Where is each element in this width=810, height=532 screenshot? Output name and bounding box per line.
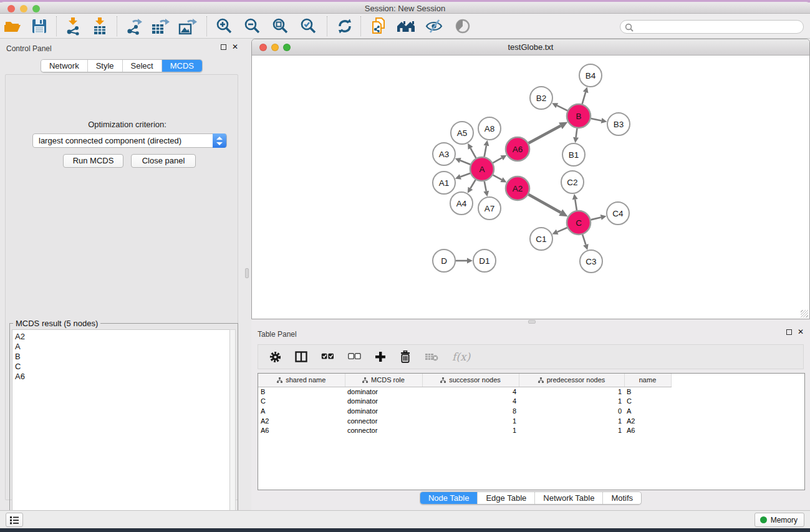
graph-node-C4[interactable]: C4 xyxy=(607,202,629,225)
show-column-button[interactable] xyxy=(295,351,307,362)
vertical-splitter[interactable] xyxy=(243,39,251,510)
task-history-button[interactable] xyxy=(6,513,23,527)
horizontal-splitter[interactable] xyxy=(251,319,810,324)
cell-successor-nodes[interactable]: 8 xyxy=(422,406,519,416)
search-field[interactable] xyxy=(620,20,804,34)
cell-successor-nodes[interactable]: 1 xyxy=(422,425,519,435)
graph-node-C3[interactable]: C3 xyxy=(580,250,602,273)
delete-column-button[interactable] xyxy=(400,351,411,363)
network-canvas[interactable]: B4B2BB3A5A8A6A3B1AA1C2A2A4A7C4CC1DD1C3 xyxy=(252,56,809,319)
splitter-grip[interactable] xyxy=(528,320,536,324)
eye-button[interactable] xyxy=(455,16,471,37)
cell-shared-name[interactable]: B xyxy=(258,387,345,397)
table-tab-motifs[interactable]: Motifs xyxy=(602,492,641,504)
graph-node-B[interactable]: B xyxy=(567,104,591,128)
graph-node-C[interactable]: C xyxy=(567,211,591,235)
table-settings-button[interactable] xyxy=(269,351,281,363)
result-item[interactable]: A2 xyxy=(15,332,230,342)
result-item[interactable]: B xyxy=(15,352,230,362)
cell-MCDS-role[interactable]: dominator xyxy=(345,397,422,407)
float-panel-icon[interactable] xyxy=(221,44,226,50)
import-network-button[interactable] xyxy=(64,16,82,37)
graph-node-B1[interactable]: B1 xyxy=(562,143,585,166)
graph-node-B4[interactable]: B4 xyxy=(579,64,602,87)
column-header-successor-nodes[interactable]: successor nodes xyxy=(422,374,519,387)
graph-node-A7[interactable]: A7 xyxy=(478,197,501,220)
graph-edge-B-B4[interactable] xyxy=(582,92,586,104)
table-row[interactable]: Cdominator41C xyxy=(258,397,676,407)
result-item[interactable]: A6 xyxy=(15,372,230,382)
tab-select[interactable]: Select xyxy=(122,60,162,72)
function-builder-button[interactable]: f(x) xyxy=(452,351,470,363)
search-input[interactable] xyxy=(637,21,799,32)
graph-edge-A-A2[interactable] xyxy=(493,175,502,180)
graph-edge-B-B2[interactable] xyxy=(557,105,567,110)
float-panel-icon[interactable] xyxy=(786,329,792,335)
criterion-dropdown[interactable]: largest connected component (directed) xyxy=(32,133,227,148)
resize-corner-icon[interactable] xyxy=(801,310,808,317)
export-image-button[interactable] xyxy=(178,16,198,37)
graph-node-D[interactable]: D xyxy=(433,249,455,272)
graph-edge-A-A5[interactable] xyxy=(471,148,476,158)
cell-MCDS-role[interactable]: dominator xyxy=(345,406,422,416)
column-header-name[interactable]: name xyxy=(624,374,671,387)
graph-node-B2[interactable]: B2 xyxy=(530,87,552,109)
add-column-button[interactable] xyxy=(375,351,386,362)
cell-successor-nodes[interactable]: 4 xyxy=(422,397,519,407)
graph-node-B3[interactable]: B3 xyxy=(607,113,630,135)
zoom-selected-button[interactable] xyxy=(300,16,317,37)
cyndex-home-button[interactable] xyxy=(396,16,416,37)
graph-edge-C-C3[interactable] xyxy=(582,235,586,244)
cell-name[interactable]: A2 xyxy=(624,416,671,426)
close-panel-icon[interactable]: ✕ xyxy=(232,44,238,50)
cell-predecessor-nodes[interactable]: 1 xyxy=(519,416,624,426)
table-tab-edge-table[interactable]: Edge Table xyxy=(477,492,534,504)
save-session-button[interactable] xyxy=(31,16,47,37)
cell-shared-name[interactable]: A xyxy=(258,406,345,416)
graph-node-A[interactable]: A xyxy=(470,157,494,181)
export-table-button[interactable] xyxy=(150,16,170,37)
graph-node-A2[interactable]: A2 xyxy=(506,177,529,200)
graph-edge-B-B3[interactable] xyxy=(591,118,602,120)
graph-edge-B-B1[interactable] xyxy=(576,128,577,137)
deselect-all-button[interactable] xyxy=(348,353,361,360)
export-network-button[interactable] xyxy=(124,16,143,37)
node-table-grid[interactable]: shared nameMCDS rolesuccessor nodesprede… xyxy=(258,374,676,435)
open-session-button[interactable] xyxy=(4,16,22,37)
graph-edge-A2-C[interactable] xyxy=(528,195,561,213)
column-header-shared-name[interactable]: shared name xyxy=(258,374,345,387)
result-item[interactable]: C xyxy=(15,362,230,372)
cell-name[interactable]: C xyxy=(624,397,671,407)
table-row[interactable]: Adominator80A xyxy=(258,406,676,416)
graph-node-A3[interactable]: A3 xyxy=(433,143,455,165)
delete-table-button[interactable] xyxy=(425,352,438,361)
cell-name[interactable]: A6 xyxy=(624,425,671,435)
cell-MCDS-role[interactable]: dominator xyxy=(345,387,422,397)
result-scrollbar[interactable] xyxy=(229,329,236,531)
column-header-predecessor-nodes[interactable]: predecessor nodes xyxy=(519,374,624,387)
tab-style[interactable]: Style xyxy=(87,60,122,72)
tab-mcds[interactable]: MCDS xyxy=(162,60,202,72)
cell-shared-name[interactable]: A6 xyxy=(258,425,345,435)
run-mcds-button[interactable]: Run MCDS xyxy=(63,154,123,168)
graph-edge-A-A8[interactable] xyxy=(485,146,486,157)
cell-MCDS-role[interactable]: connector xyxy=(345,425,422,435)
graph-edge-A-A1[interactable] xyxy=(460,173,470,177)
graph-edge-A-A4[interactable] xyxy=(470,180,475,188)
graph-edge-C-C1[interactable] xyxy=(557,228,567,232)
graph-node-A6[interactable]: A6 xyxy=(506,137,529,161)
table-tab-network-table[interactable]: Network Table xyxy=(534,492,602,504)
memory-button[interactable]: Memory xyxy=(755,513,804,527)
graph-node-A8[interactable]: A8 xyxy=(478,117,501,140)
cell-name[interactable]: A xyxy=(624,406,671,416)
graph-node-D1[interactable]: D1 xyxy=(473,249,496,272)
clone-network-button[interactable] xyxy=(370,16,387,37)
graph-node-C2[interactable]: C2 xyxy=(561,171,584,193)
table-row[interactable]: Bdominator41B xyxy=(258,387,676,397)
hide-graphics-details-button[interactable] xyxy=(425,16,443,37)
splitter-grip[interactable] xyxy=(245,268,249,278)
column-header-MCDS-role[interactable]: MCDS role xyxy=(345,374,422,387)
zoom-out-button[interactable] xyxy=(244,16,261,37)
close-panel-icon[interactable]: ✕ xyxy=(798,329,804,335)
cell-successor-nodes[interactable]: 1 xyxy=(422,416,519,426)
